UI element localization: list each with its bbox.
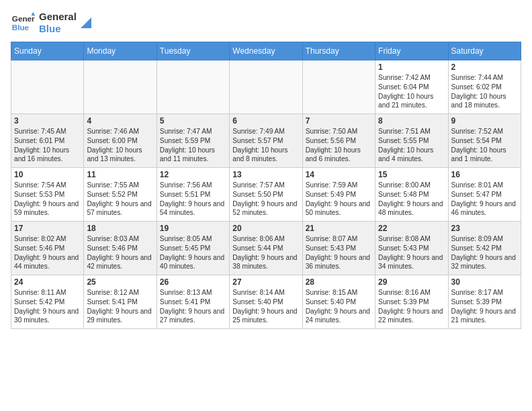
day-number: 16 bbox=[451, 170, 518, 179]
day-info: Sunrise: 7:56 AM Sunset: 5:51 PM Dayligh… bbox=[160, 181, 226, 218]
day-info: Sunrise: 8:06 AM Sunset: 5:44 PM Dayligh… bbox=[232, 234, 299, 271]
calendar-cell: 26Sunrise: 8:13 AM Sunset: 5:41 PM Dayli… bbox=[157, 275, 229, 329]
calendar-week-3: 10Sunrise: 7:54 AM Sunset: 5:53 PM Dayli… bbox=[11, 168, 521, 222]
calendar-cell: 9Sunrise: 7:52 AM Sunset: 5:54 PM Daylig… bbox=[448, 114, 521, 168]
day-info: Sunrise: 8:15 AM Sunset: 5:40 PM Dayligh… bbox=[306, 288, 372, 325]
day-number: 28 bbox=[306, 277, 372, 287]
calendar-week-5: 24Sunrise: 8:11 AM Sunset: 5:42 PM Dayli… bbox=[11, 275, 521, 329]
day-info: Sunrise: 7:54 AM Sunset: 5:53 PM Dayligh… bbox=[14, 181, 81, 218]
calendar-cell bbox=[84, 60, 157, 114]
calendar-cell: 5Sunrise: 7:47 AM Sunset: 5:59 PM Daylig… bbox=[157, 114, 229, 168]
weekday-header-row: SundayMondayTuesdayWednesdayThursdayFrid… bbox=[11, 42, 521, 60]
calendar-cell: 18Sunrise: 8:03 AM Sunset: 5:46 PM Dayli… bbox=[84, 222, 157, 275]
day-number: 29 bbox=[378, 277, 445, 287]
day-info: Sunrise: 8:08 AM Sunset: 5:43 PM Dayligh… bbox=[378, 234, 445, 271]
calendar-cell: 1Sunrise: 7:42 AM Sunset: 6:04 PM Daylig… bbox=[375, 60, 448, 114]
day-number: 13 bbox=[232, 170, 299, 179]
svg-marker-3 bbox=[81, 17, 91, 28]
day-number: 9 bbox=[451, 116, 518, 126]
day-number: 8 bbox=[378, 116, 445, 126]
day-number: 23 bbox=[451, 224, 518, 233]
day-info: Sunrise: 7:51 AM Sunset: 5:55 PM Dayligh… bbox=[378, 127, 445, 164]
logo-blue: Blue bbox=[39, 23, 77, 35]
calendar-table: SundayMondayTuesdayWednesdayThursdayFrid… bbox=[11, 42, 521, 329]
weekday-tuesday: Tuesday bbox=[157, 42, 229, 60]
day-info: Sunrise: 7:59 AM Sunset: 5:49 PM Dayligh… bbox=[306, 181, 372, 218]
day-info: Sunrise: 8:00 AM Sunset: 5:48 PM Dayligh… bbox=[378, 181, 445, 218]
day-number: 11 bbox=[87, 170, 153, 179]
calendar-cell: 13Sunrise: 7:57 AM Sunset: 5:50 PM Dayli… bbox=[230, 168, 302, 222]
calendar-cell: 11Sunrise: 7:55 AM Sunset: 5:52 PM Dayli… bbox=[84, 168, 157, 222]
calendar-cell: 8Sunrise: 7:51 AM Sunset: 5:55 PM Daylig… bbox=[375, 114, 448, 168]
logo-triangle-icon bbox=[81, 17, 91, 28]
day-number: 12 bbox=[160, 170, 226, 179]
day-info: Sunrise: 8:03 AM Sunset: 5:46 PM Dayligh… bbox=[87, 234, 153, 271]
calendar-cell: 17Sunrise: 8:02 AM Sunset: 5:46 PM Dayli… bbox=[11, 222, 84, 275]
logo-icon: General Blue bbox=[11, 11, 35, 35]
day-number: 21 bbox=[306, 224, 372, 233]
weekday-monday: Monday bbox=[84, 42, 157, 60]
day-number: 14 bbox=[306, 170, 372, 179]
calendar-cell: 22Sunrise: 8:08 AM Sunset: 5:43 PM Dayli… bbox=[375, 222, 448, 275]
day-number: 24 bbox=[14, 277, 81, 287]
calendar-cell: 4Sunrise: 7:46 AM Sunset: 6:00 PM Daylig… bbox=[84, 114, 157, 168]
calendar-cell: 12Sunrise: 7:56 AM Sunset: 5:51 PM Dayli… bbox=[157, 168, 229, 222]
calendar-body: 1Sunrise: 7:42 AM Sunset: 6:04 PM Daylig… bbox=[11, 60, 521, 329]
day-number: 30 bbox=[451, 277, 518, 287]
calendar-cell: 21Sunrise: 8:07 AM Sunset: 5:43 PM Dayli… bbox=[302, 222, 375, 275]
day-info: Sunrise: 8:16 AM Sunset: 5:39 PM Dayligh… bbox=[378, 288, 445, 325]
calendar-cell: 2Sunrise: 7:44 AM Sunset: 6:02 PM Daylig… bbox=[448, 60, 521, 114]
day-info: Sunrise: 7:57 AM Sunset: 5:50 PM Dayligh… bbox=[232, 181, 299, 218]
day-number: 10 bbox=[14, 170, 81, 179]
weekday-friday: Friday bbox=[375, 42, 448, 60]
day-info: Sunrise: 8:01 AM Sunset: 5:47 PM Dayligh… bbox=[451, 181, 518, 218]
calendar-cell: 27Sunrise: 8:14 AM Sunset: 5:40 PM Dayli… bbox=[230, 275, 302, 329]
day-info: Sunrise: 7:55 AM Sunset: 5:52 PM Dayligh… bbox=[87, 181, 153, 218]
day-number: 19 bbox=[160, 224, 226, 233]
day-number: 6 bbox=[232, 116, 299, 126]
calendar-cell: 15Sunrise: 8:00 AM Sunset: 5:48 PM Dayli… bbox=[375, 168, 448, 222]
day-info: Sunrise: 8:11 AM Sunset: 5:42 PM Dayligh… bbox=[14, 288, 81, 325]
day-info: Sunrise: 7:49 AM Sunset: 5:57 PM Dayligh… bbox=[232, 127, 299, 164]
day-number: 26 bbox=[160, 277, 226, 287]
day-info: Sunrise: 7:45 AM Sunset: 6:01 PM Dayligh… bbox=[14, 127, 81, 164]
weekday-thursday: Thursday bbox=[302, 42, 375, 60]
day-number: 25 bbox=[87, 277, 153, 287]
calendar-cell: 28Sunrise: 8:15 AM Sunset: 5:40 PM Dayli… bbox=[302, 275, 375, 329]
calendar-week-1: 1Sunrise: 7:42 AM Sunset: 6:04 PM Daylig… bbox=[11, 60, 521, 114]
day-number: 1 bbox=[378, 62, 445, 72]
weekday-sunday: Sunday bbox=[11, 42, 84, 60]
calendar-week-4: 17Sunrise: 8:02 AM Sunset: 5:46 PM Dayli… bbox=[11, 222, 521, 275]
day-info: Sunrise: 8:07 AM Sunset: 5:43 PM Dayligh… bbox=[306, 234, 372, 271]
day-number: 3 bbox=[14, 116, 81, 126]
day-info: Sunrise: 7:47 AM Sunset: 5:59 PM Dayligh… bbox=[160, 127, 226, 164]
logo-general: General bbox=[39, 11, 77, 23]
calendar-cell bbox=[157, 60, 229, 114]
weekday-saturday: Saturday bbox=[448, 42, 521, 60]
day-info: Sunrise: 8:09 AM Sunset: 5:42 PM Dayligh… bbox=[451, 234, 518, 271]
calendar-cell bbox=[230, 60, 302, 114]
day-info: Sunrise: 8:14 AM Sunset: 5:40 PM Dayligh… bbox=[232, 288, 299, 325]
day-info: Sunrise: 8:13 AM Sunset: 5:41 PM Dayligh… bbox=[160, 288, 226, 325]
logo: General Blue General Blue bbox=[11, 11, 91, 35]
weekday-wednesday: Wednesday bbox=[230, 42, 302, 60]
day-number: 27 bbox=[232, 277, 299, 287]
day-number: 15 bbox=[378, 170, 445, 179]
day-number: 7 bbox=[306, 116, 372, 126]
day-number: 17 bbox=[14, 224, 81, 233]
calendar-cell: 10Sunrise: 7:54 AM Sunset: 5:53 PM Dayli… bbox=[11, 168, 84, 222]
day-number: 4 bbox=[87, 116, 153, 126]
svg-text:Blue: Blue bbox=[12, 23, 30, 32]
calendar-cell: 20Sunrise: 8:06 AM Sunset: 5:44 PM Dayli… bbox=[230, 222, 302, 275]
day-info: Sunrise: 8:12 AM Sunset: 5:41 PM Dayligh… bbox=[87, 288, 153, 325]
day-info: Sunrise: 7:52 AM Sunset: 5:54 PM Dayligh… bbox=[451, 127, 518, 164]
calendar-cell: 23Sunrise: 8:09 AM Sunset: 5:42 PM Dayli… bbox=[448, 222, 521, 275]
day-info: Sunrise: 7:42 AM Sunset: 6:04 PM Dayligh… bbox=[378, 73, 445, 110]
day-number: 2 bbox=[451, 62, 518, 72]
day-info: Sunrise: 8:05 AM Sunset: 5:45 PM Dayligh… bbox=[160, 234, 226, 271]
page-header: General Blue General Blue bbox=[11, 11, 521, 35]
calendar-cell: 6Sunrise: 7:49 AM Sunset: 5:57 PM Daylig… bbox=[230, 114, 302, 168]
day-number: 22 bbox=[378, 224, 445, 233]
calendar-cell: 14Sunrise: 7:59 AM Sunset: 5:49 PM Dayli… bbox=[302, 168, 375, 222]
calendar-cell: 25Sunrise: 8:12 AM Sunset: 5:41 PM Dayli… bbox=[84, 275, 157, 329]
